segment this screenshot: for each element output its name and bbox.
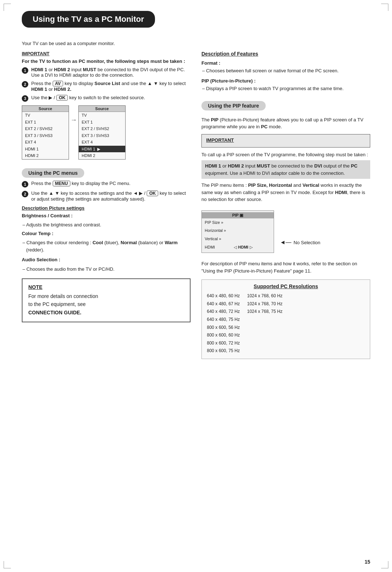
- step-2: 2 Press the AV key to display Source Lis…: [22, 81, 191, 92]
- source-box-1-header: Source: [22, 106, 69, 112]
- resolutions-box: Supported PC Resolutions 640 x 480, 60 H…: [201, 279, 370, 359]
- note-box: NOTE For more details on connection to t…: [22, 278, 191, 322]
- corner-mark-tl: [4, 4, 11, 11]
- pip-text: – Displays a PIP screen to watch TV prog…: [201, 85, 370, 92]
- pip-important-box: IMPORTANT: [201, 134, 370, 148]
- pc-menus-steps: 1 Press the MENU key to display the PC m…: [22, 181, 191, 202]
- audio-title: Audio Selection :: [22, 256, 191, 263]
- source2-item-tv: TV: [79, 112, 125, 119]
- pip-feature-label: Using the PIP feature: [201, 101, 266, 110]
- source-item-ext1: EXT 1: [22, 119, 69, 126]
- step-2-number: 2: [22, 81, 28, 88]
- important-label: IMPORTANT: [22, 51, 191, 56]
- step-1: 1 HDMI 1 or HDMI 2 input MUST be connect…: [22, 67, 191, 78]
- pip-menu-text: The PIP menu items : PIP Size, Horizonta…: [201, 182, 370, 203]
- source2-item-hdmi1-selected: HDMI 1 ▶: [79, 146, 125, 153]
- source-item-ext2: EXT 2 / SVHS2: [22, 125, 69, 132]
- step-3-number: 3: [22, 95, 28, 102]
- source-item-hdmi1: HDMI 1: [22, 146, 69, 153]
- note-text: For more details on connection to the PC…: [28, 292, 184, 317]
- desc-picture-title: Description Picture settings: [22, 205, 191, 211]
- source2-item-ext1: EXT 1: [79, 119, 125, 126]
- left-column: IMPORTANT For the TV to function as PC m…: [22, 51, 191, 359]
- pip-title: PIP (Picture-in-Picture) :: [201, 77, 370, 85]
- colour-title: Colour Temp :: [22, 230, 191, 237]
- pip-footer-text: For description of PIP menu items and ho…: [201, 260, 370, 274]
- pip-must-text: HDMI 1 or HDMI 2 input MUST be connected…: [201, 160, 370, 179]
- step-1-text: HDMI 1 or HDMI 2 input MUST be connected…: [31, 67, 191, 78]
- pc-step-2: 2 Use the ▲ ▼ key to access the settings…: [22, 190, 191, 202]
- source-arrow: →: [69, 116, 78, 124]
- step-3-text: Use the ▶ / OK key to switch to the sele…: [31, 95, 145, 101]
- important-subtitle: For the TV to function as PC monitor, th…: [22, 58, 191, 65]
- resolutions-title: Supported PC Resolutions: [207, 283, 365, 289]
- format-title: Format :: [201, 60, 370, 67]
- pip-row-vertical: Vertical »: [202, 235, 274, 243]
- pip-row-hdmi: HDMI ◁ HDMI ▷: [202, 243, 274, 251]
- source-item-ext4: EXT 4: [22, 139, 69, 146]
- pc-step-1-text: Press the MENU key to display the PC men…: [31, 181, 130, 186]
- right-column: Description of Features Format : – Choos…: [201, 51, 370, 359]
- colour-text: – Changes the colour rendering : Cool (b…: [22, 239, 191, 253]
- pc-step-2-num: 2: [22, 191, 28, 197]
- pc-step-1: 1 Press the MENU key to display the PC m…: [22, 181, 191, 188]
- resolutions-col2: 1024 x 768, 60 Hz 1024 x 768, 70 Hz 1024…: [247, 292, 282, 355]
- intro-text: Your TV can be used as a computer monito…: [22, 40, 370, 47]
- audio-text: – Chooses the audio from the TV or PC/HD…: [22, 266, 191, 273]
- pc-step-2-text: Use the ▲ ▼ key to access the settings a…: [31, 190, 191, 202]
- source2-item-ext3: EXT 3 / SVHS3: [79, 132, 125, 139]
- pip-row-size: PIP Size »: [202, 218, 274, 227]
- source-item-tv: TV: [22, 112, 69, 119]
- corner-mark-tr: [381, 4, 388, 11]
- source2-item-hdmi2: HDMI 2: [79, 152, 125, 159]
- source-box-1: Source TV EXT 1 EXT 2 / SVHS2 EXT 3 / SV…: [22, 105, 69, 160]
- pip-feature-text: The PIP (Picture-in-Picture) feature all…: [201, 116, 370, 130]
- av-key: AV: [53, 81, 64, 86]
- pip-diagram-wrapper: PIP ▣ PIP Size » Horizontal » Vertical »…: [201, 207, 370, 257]
- ok-key-1: OK: [56, 95, 68, 101]
- pc-menus-label: Using the PC menus: [22, 168, 84, 178]
- pip-hdmi-value: ◁ HDMI ▷: [234, 244, 253, 251]
- brightness-text: – Adjusts the brightness and contrast.: [22, 221, 191, 229]
- corner-mark-br: [381, 561, 388, 568]
- source2-item-ext4: EXT 4: [79, 139, 125, 146]
- pip-row-horizontal: Horizontal »: [202, 226, 274, 235]
- format-text: – Chooses between full screen or native …: [201, 67, 370, 74]
- pip-diagram: PIP ▣ PIP Size » Horizontal » Vertical »…: [201, 210, 274, 253]
- source-item-hdmi2: HDMI 2: [22, 152, 69, 159]
- resolutions-col1: 640 x 480, 60 Hz 640 x 480, 67 Hz 640 x …: [207, 292, 240, 355]
- resolutions-grid: 640 x 480, 60 Hz 640 x 480, 67 Hz 640 x …: [207, 292, 365, 355]
- pip-following-text: To call up a PIP screen of the TV progra…: [201, 151, 370, 158]
- page-main-title: Using the TV as a PC Monitor: [22, 11, 155, 28]
- step-2-text: Press the AV key to display Source List …: [31, 81, 191, 92]
- pip-important-label: IMPORTANT: [206, 137, 366, 143]
- menu-key: MENU: [53, 181, 70, 186]
- source-diagram: Source TV EXT 1 EXT 2 / SVHS2 EXT 3 / SV…: [22, 105, 191, 160]
- step-1-number: 1: [22, 67, 28, 74]
- note-title: NOTE: [28, 284, 184, 290]
- source-item-ext3: EXT 3 / SVHS3: [22, 132, 69, 139]
- pip-diagram-header: PIP ▣: [202, 212, 274, 218]
- page-number: 15: [364, 559, 370, 565]
- step-3: 3 Use the ▶ / OK key to switch to the se…: [22, 95, 191, 102]
- no-selection-label: No Selection: [294, 240, 320, 245]
- brightness-title: Brightness / Contrast :: [22, 212, 191, 219]
- corner-mark-bl: [4, 561, 11, 568]
- pc-step-1-num: 1: [22, 181, 28, 188]
- source-box-2-header: Source: [79, 106, 125, 112]
- no-selection-arrow: ◄—: [280, 239, 291, 246]
- source-box-2: Source TV EXT 1 EXT 2 / SVHS2 EXT 3 / SV…: [78, 105, 126, 160]
- desc-features-title: Description of Features: [201, 51, 370, 57]
- source2-item-ext2: EXT 2 / SVHS2: [79, 125, 125, 132]
- steps-list: 1 HDMI 1 or HDMI 2 input MUST be connect…: [22, 67, 191, 102]
- ok-key-2: OK: [147, 190, 158, 196]
